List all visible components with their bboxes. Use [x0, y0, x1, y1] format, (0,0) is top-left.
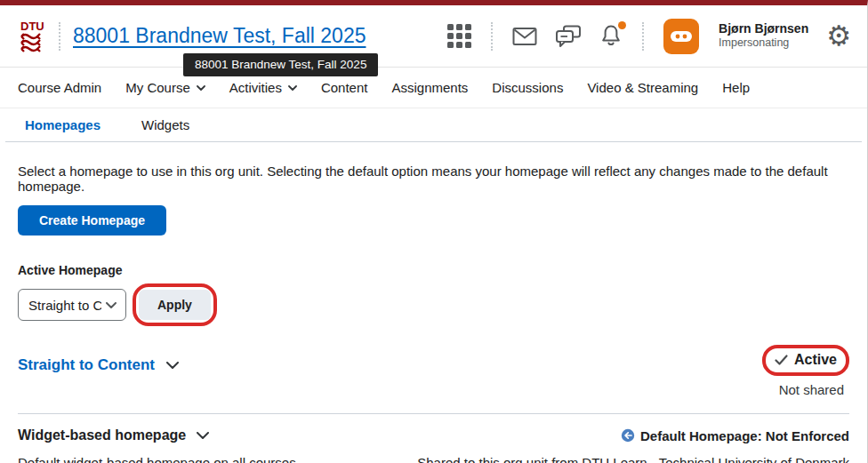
- header-separator: [59, 22, 60, 51]
- nav-item-my-course[interactable]: My Course: [125, 80, 205, 95]
- apply-button[interactable]: Apply: [139, 290, 211, 320]
- avatar[interactable]: [663, 19, 699, 54]
- nav-label: Help: [722, 80, 750, 95]
- nav-item-activities[interactable]: Activities: [229, 80, 297, 95]
- tab-widgets[interactable]: Widgets: [141, 117, 189, 132]
- header-icons: Bjørn Bjørnsen Impersonating ⚙: [447, 19, 851, 54]
- badge-text: Default Homepage: Not Enforced: [640, 428, 849, 443]
- shared-arrow-icon: [621, 428, 635, 443]
- homepage-title-text: Straight to Content: [18, 356, 155, 374]
- nav-item-content[interactable]: Content: [321, 80, 368, 95]
- course-navbar: Course Admin My Course Activities Conten…: [0, 68, 867, 108]
- nav-label: Assignments: [391, 80, 468, 95]
- active-homepage-label: Active Homepage: [18, 263, 849, 277]
- active-homepage-controls: Straight to C Apply: [18, 283, 849, 326]
- user-info[interactable]: Bjørn Bjørnsen Impersonating: [719, 21, 808, 51]
- homepage-straight-row: Straight to Content Active Not shared: [18, 345, 849, 397]
- user-status: Impersonating: [719, 36, 808, 51]
- homepage-widget-title[interactable]: Widget-based homepage: [18, 427, 209, 443]
- nav-label: Course Admin: [18, 80, 101, 95]
- shared-status: Not shared: [779, 382, 844, 397]
- chevron-down-icon: [197, 85, 205, 91]
- nav-item-course-admin[interactable]: Course Admin: [18, 80, 101, 95]
- header-separator: [491, 22, 493, 51]
- homepage-straight-title[interactable]: Straight to Content: [18, 345, 179, 374]
- nav-item-video-streaming[interactable]: Video & Streaming: [587, 80, 698, 95]
- status-badge: Active: [794, 352, 837, 368]
- homepage-widget-description: Default widget-based homepage on all cou…: [18, 455, 300, 463]
- homepage-select-value: Straight to C: [28, 298, 101, 313]
- default-homepage-badge: Default Homepage: Not Enforced: [621, 428, 849, 443]
- chevron-down-icon: [106, 302, 117, 308]
- homepage-widget-row: Widget-based homepage Default Homepage: …: [18, 427, 849, 443]
- notification-dot: [618, 21, 626, 29]
- nav-item-help[interactable]: Help: [722, 80, 750, 95]
- nav-item-assignments[interactable]: Assignments: [391, 80, 468, 95]
- course-title-tooltip: 88001 Brandnew Test, Fall 2025: [183, 53, 378, 76]
- app-grid-icon[interactable]: [447, 24, 471, 48]
- nav-label: Activities: [229, 80, 282, 95]
- notifications-bell-icon[interactable]: [599, 24, 623, 48]
- chevron-down-icon: [166, 362, 179, 369]
- main-content: Select a homepage to use in this org uni…: [0, 164, 867, 463]
- course-title-link[interactable]: 88001 Brandnew Test, Fall 2025: [73, 24, 366, 48]
- settings-gear-icon[interactable]: ⚙: [826, 22, 851, 50]
- app-window: DTU 88001 Brandnew Test, Fall 2025: [0, 0, 868, 463]
- homepage-widget-details: Default widget-based homepage on all cou…: [18, 455, 849, 463]
- check-icon: [775, 355, 788, 365]
- nav-label: Content: [321, 80, 368, 95]
- chevron-down-icon: [288, 85, 297, 91]
- header: DTU 88001 Brandnew Test, Fall 2025: [0, 5, 867, 68]
- user-name: Bjørn Bjørnsen: [719, 21, 808, 37]
- nav-label: My Course: [125, 80, 190, 95]
- page-description: Select a homepage to use in this org uni…: [18, 164, 849, 194]
- nav-label: Video & Streaming: [587, 80, 698, 95]
- chevron-down-icon: [197, 432, 209, 439]
- homepage-widget-shared: Shared to this org unit from DTU Learn -…: [417, 455, 849, 463]
- create-homepage-button[interactable]: Create Homepage: [18, 205, 166, 235]
- nav-label: Discussions: [492, 80, 563, 95]
- red-annotation-active: Active: [762, 345, 849, 376]
- tab-bar: Homepages Widgets: [5, 108, 862, 142]
- mail-icon[interactable]: [512, 27, 537, 46]
- homepage-select[interactable]: Straight to C: [18, 289, 126, 321]
- svg-text:DTU: DTU: [20, 20, 44, 33]
- red-annotation-apply: Apply: [133, 283, 217, 326]
- section-divider: [18, 413, 849, 414]
- chat-icon[interactable]: [555, 25, 582, 48]
- nav-item-discussions[interactable]: Discussions: [492, 80, 563, 95]
- tab-homepages[interactable]: Homepages: [25, 117, 100, 132]
- dtu-logo[interactable]: DTU: [18, 19, 46, 54]
- header-separator: [642, 22, 644, 51]
- homepage-title-text: Widget-based homepage: [18, 427, 186, 443]
